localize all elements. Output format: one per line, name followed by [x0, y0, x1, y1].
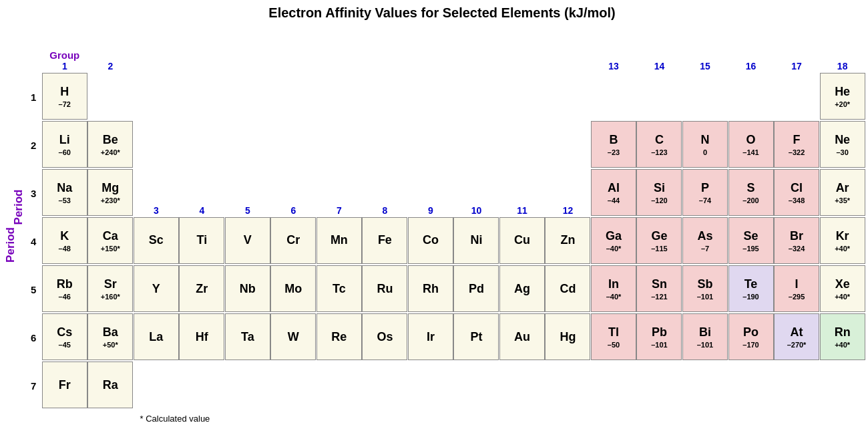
element-Ca: Ca+150*: [87, 217, 133, 264]
group-num-15: 15: [682, 61, 728, 71]
element-La: La: [134, 313, 179, 360]
element-Zr: Zr: [179, 265, 224, 312]
period-vertical-label: Period: [4, 227, 17, 263]
group-num-17: 17: [774, 61, 820, 71]
element-Po: Po–170: [728, 313, 774, 360]
element-Ra: Ra: [87, 362, 133, 408]
element-Mn: Mn: [316, 217, 362, 264]
element-F: F –322: [774, 121, 819, 168]
period-num-7: 7: [25, 362, 42, 410]
element-Hg: Hg: [545, 313, 590, 360]
group-num-11: 11: [499, 205, 546, 216]
group-num-18: 18: [819, 61, 865, 71]
element-Cs: Cs–45: [42, 313, 87, 360]
period-row-2: 2 Li –60 Be +240*: [25, 121, 865, 169]
element-Ge: Ge–115: [636, 217, 682, 264]
element-In: In–40*: [591, 265, 636, 312]
element-Be: Be +240*: [87, 121, 133, 168]
element-Ba: Ba+50*: [87, 313, 133, 360]
element-Sn: Sn–121: [636, 265, 682, 312]
period-row-4: 4 K–48 Ca+150* Sc Ti V Cr Mn Fe Co Ni Cu…: [25, 217, 865, 265]
element-H: H –72: [42, 73, 87, 120]
period-num-2: 2: [25, 121, 42, 169]
element-Cu: Cu: [499, 217, 545, 264]
element-Au: Au: [499, 313, 545, 360]
element-Sr: Sr+160*: [87, 265, 133, 312]
period-num-3: 3: [25, 169, 42, 217]
element-Al: Al –44: [591, 169, 636, 216]
footnote-row: * Calculated value: [25, 410, 865, 433]
group-num-4: 4: [179, 205, 225, 216]
element-Sb: Sb–101: [682, 265, 728, 312]
group-num-14: 14: [636, 61, 682, 71]
element-Cl: Cl –348: [774, 169, 819, 216]
element-Os: Os: [362, 313, 407, 360]
element-Re: Re: [316, 313, 362, 360]
element-Pd: Pd: [453, 265, 499, 312]
period-row-6: 6 Cs–45 Ba+50* La Hf Ta W Re Os Ir Pt Au…: [25, 313, 865, 362]
period-num-6: 6: [25, 313, 42, 362]
group-num-10: 10: [453, 205, 499, 216]
element-Cd: Cd: [545, 265, 590, 312]
group-num-8: 8: [362, 205, 408, 216]
element-Ti: Ti: [179, 217, 224, 264]
group-label-text: Group: [42, 49, 88, 61]
element-K: K–48: [42, 217, 87, 264]
element-P: P –74: [682, 169, 728, 216]
element-Bi: Bi–101: [682, 313, 728, 360]
group-row: Group 1 2 13 14 15: [25, 25, 865, 73]
element-Li: Li –60: [42, 121, 87, 168]
element-Tc: Tc: [316, 265, 362, 312]
element-Ag: Ag: [499, 265, 545, 312]
period-row-7: 7 Fr Ra: [25, 362, 865, 410]
element-Y: Y: [134, 265, 179, 312]
footnote: * Calculated value: [140, 414, 210, 424]
group-num-6: 6: [270, 205, 316, 216]
group-num-2: 2: [87, 61, 134, 71]
element-Hf: Hf: [179, 313, 224, 360]
period-label: Period: [12, 190, 25, 225]
period-num-4: 4: [25, 217, 42, 265]
element-Mo: Mo: [270, 265, 316, 312]
element-Fr: Fr: [42, 362, 87, 408]
element-Xe: Xe+40*: [820, 265, 865, 312]
periodic-table: Group 1 2 13 14 15: [25, 25, 865, 433]
element-He: He +20*: [820, 73, 865, 120]
group-num-13: 13: [591, 61, 637, 71]
period-row-3: 3 Na –53 Mg +230* 3: [25, 169, 865, 217]
element-Si: Si –120: [636, 169, 682, 216]
element-Ta: Ta: [225, 313, 270, 360]
element-Kr: Kr+40*: [820, 217, 865, 264]
element-Rh: Rh: [408, 265, 453, 312]
page-container: Period Electron Affinity Values for Sele…: [0, 0, 868, 433]
element-Ar: Ar +35*: [820, 169, 865, 216]
element-Na: Na –53: [42, 169, 87, 216]
element-Ni: Ni: [453, 217, 499, 264]
element-I: I–295: [774, 265, 819, 312]
element-Se: Se–195: [728, 217, 774, 264]
element-Pb: Pb–101: [636, 313, 682, 360]
element-Ru: Ru: [362, 265, 407, 312]
table-wrapper: Group 1 2 13 14 15: [25, 25, 865, 433]
element-Fe: Fe: [362, 217, 407, 264]
element-Co: Co: [408, 217, 453, 264]
element-Ir: Ir: [408, 313, 453, 360]
group-num-7: 7: [316, 205, 363, 216]
element-Cr: Cr: [270, 217, 316, 264]
element-Ga: Ga–40*: [591, 217, 636, 264]
element-Te: Te–190: [728, 265, 774, 312]
title: Electron Affinity Values for Selected El…: [19, 5, 865, 21]
group-num-12: 12: [545, 205, 591, 216]
period-num-5: 5: [25, 265, 42, 313]
element-Mg: Mg +230*: [87, 169, 133, 216]
element-C: C –123: [636, 121, 682, 168]
element-S: S –200: [728, 169, 774, 216]
element-Rn: Rn+40*: [820, 313, 865, 360]
group-num-1: 1: [42, 61, 88, 71]
group-num-5: 5: [225, 205, 271, 216]
element-Sc: Sc: [134, 217, 179, 264]
element-Tl: Tl–50: [591, 313, 636, 360]
element-V: V: [225, 217, 270, 264]
element-B: B –23: [591, 121, 636, 168]
group-num-3: 3: [134, 205, 180, 216]
